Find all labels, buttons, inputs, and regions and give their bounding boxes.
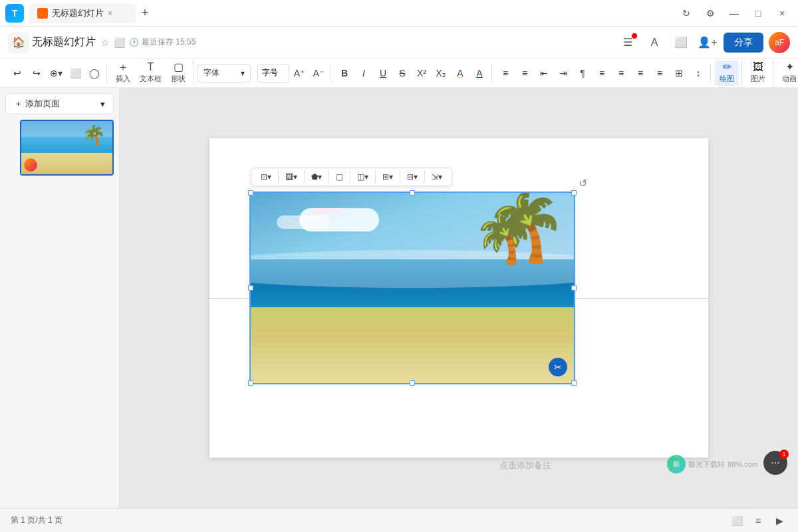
img-replace-btn[interactable]: 🖼▾ — [281, 170, 301, 184]
textbox-icon-btn[interactable]: ⬜ — [66, 64, 84, 82]
insert-btn[interactable]: ＋ 插入 — [111, 61, 135, 86]
resize-handle-ml[interactable] — [248, 285, 253, 291]
resize-handle-bl[interactable] — [248, 380, 253, 386]
subscript-btn[interactable]: X₂ — [432, 64, 450, 82]
clock-icon: 🕐 — [129, 38, 139, 47]
watermark-domain: 88%.com — [728, 460, 758, 468]
img-size-btn[interactable]: ⇲▾ — [428, 170, 446, 184]
animation-btn[interactable]: ✦ 动画 — [777, 61, 798, 86]
notes-hint[interactable]: 点击添加备注 — [499, 460, 551, 471]
undo-btn[interactable]: ↩ — [8, 64, 27, 82]
para-more-btn[interactable]: ¶ — [573, 64, 592, 82]
img-style-btn[interactable]: ◫▾ — [353, 170, 372, 184]
selected-image[interactable]: ⊡▾ 🖼▾ ⬟▾ ▢ ◫▾ — [249, 192, 575, 384]
share-button[interactable]: 分享 — [724, 33, 763, 53]
img-border-btn[interactable]: ▢ — [332, 170, 347, 184]
slides-sidebar: ＋ 添加页面 ▾ 1 🌴 — [0, 88, 120, 508]
resize-handle-tc[interactable] — [410, 190, 415, 196]
font-decrease-btn[interactable]: A⁻ — [309, 64, 328, 82]
resize-handle-mr[interactable] — [571, 285, 577, 291]
ribbon-toolbar: ↩ ↪ ⊕▾ ⬜ ◯ ＋ 插入 T 文本框 ▢ 形状 字体 ▾ 字号 A⁺ A⁻ — [0, 59, 798, 88]
font-color-btn[interactable]: A — [470, 64, 489, 82]
toolbar-sep-6 — [400, 171, 400, 183]
italic-btn[interactable]: I — [354, 64, 373, 82]
refresh-btn[interactable]: ↻ — [676, 4, 697, 23]
new-tab-btn[interactable]: + — [136, 4, 154, 23]
align-justify-btn[interactable]: ≡ — [650, 64, 669, 82]
list-bullet-btn[interactable]: ≡ — [496, 64, 515, 82]
slide-thumbnail-1[interactable]: 🌴 — [20, 120, 114, 176]
bottom-view-btn[interactable]: ⬜ — [729, 513, 745, 529]
doc-title: 无标题幻灯片 — [32, 35, 96, 49]
toolbar-right: ☰ A ⬜ 👤+ 分享 aF — [617, 32, 790, 53]
list-num-btn[interactable]: ≡ — [515, 64, 534, 82]
view-btn[interactable]: ⬜ — [670, 32, 692, 53]
image-btn[interactable]: 🖼 图片 — [746, 61, 770, 86]
underline-btn[interactable]: U — [374, 64, 392, 82]
tab-close-btn[interactable]: × — [108, 9, 112, 18]
settings-btn[interactable]: ⚙ — [700, 4, 721, 23]
align-right-btn[interactable]: ≡ — [631, 64, 650, 82]
shape-icon-btn[interactable]: ◯ — [85, 64, 104, 82]
font-size-input[interactable]: 字号 — [257, 64, 289, 82]
spacing-btn[interactable]: ↕ — [689, 64, 708, 82]
bold-btn[interactable]: B — [335, 64, 354, 82]
superscript-btn[interactable]: X² — [412, 64, 431, 82]
bottom-play-btn[interactable]: ▶ — [771, 513, 787, 529]
img-arrange-btn[interactable]: ⊟▾ — [403, 170, 422, 184]
indent-right-btn[interactable]: ⇥ — [554, 64, 573, 82]
col-btn[interactable]: ⊞ — [670, 64, 688, 82]
size-icon: ⇲▾ — [432, 172, 442, 182]
font-increase-btn[interactable]: A⁺ — [290, 64, 309, 82]
close-btn[interactable]: × — [771, 4, 793, 23]
redo-btn[interactable]: ↪ — [27, 64, 46, 82]
share-small-icon[interactable]: ⬜ — [114, 37, 125, 48]
slide-canvas[interactable]: ⊡▾ 🖼▾ ⬟▾ ▢ ◫▾ — [209, 138, 708, 458]
rotate-handle[interactable]: ↺ — [579, 177, 587, 190]
watermark-logo: 极 — [667, 455, 686, 473]
bottom-layout-btn[interactable]: ≡ — [750, 513, 766, 529]
maximize-btn[interactable]: □ — [747, 4, 769, 23]
page-info: 第 1 页/共 1 页 — [11, 515, 63, 526]
font-size-btn[interactable]: A — [644, 32, 665, 53]
user-avatar[interactable]: aF — [769, 32, 790, 53]
draw-btn[interactable]: ✏ 绘图 — [715, 61, 739, 86]
menu-badge — [632, 33, 637, 39]
textbox-btn[interactable]: T 文本框 — [136, 61, 166, 86]
img-crop-btn[interactable]: ⊡▾ — [257, 170, 275, 184]
minimize-btn[interactable]: — — [724, 4, 745, 23]
border-icon: ▢ — [336, 172, 343, 182]
crop-quick-btn[interactable]: ✂ — [549, 358, 567, 376]
align-icon: ⊞▾ — [382, 172, 393, 182]
resize-handle-tl[interactable] — [248, 190, 253, 196]
menu-btn[interactable]: ☰ — [617, 32, 638, 53]
img-align-btn[interactable]: ⊞▾ — [378, 170, 397, 184]
indent-left-btn[interactable]: ⇤ — [535, 64, 553, 82]
replace-icon: 🖼▾ — [285, 172, 297, 182]
watermark: 极 极光下载站 88%.com — [667, 455, 758, 473]
home-button[interactable]: 🏠 — [8, 32, 29, 53]
star-icon[interactable]: ☆ — [101, 37, 110, 48]
resize-handle-bc[interactable] — [410, 380, 415, 386]
highlight-btn[interactable]: A — [451, 64, 469, 82]
notification-fab[interactable]: ··· 1 — [763, 451, 787, 475]
shape-btn[interactable]: ▢ 形状 — [166, 61, 190, 86]
resize-handle-tr[interactable] — [571, 190, 577, 196]
browser-tab[interactable]: 无标题幻灯片 × — [29, 3, 136, 23]
tab-area: T 无标题幻灯片 × + — [5, 3, 676, 23]
img-color-btn[interactable]: ⬟▾ — [307, 170, 326, 184]
resize-handle-br[interactable] — [571, 380, 577, 386]
add-dropdown-icon: ▾ — [100, 99, 105, 109]
insert-dropdown-btn[interactable]: ⊕▾ — [47, 64, 65, 82]
add-user-btn[interactable]: 👤+ — [697, 32, 718, 53]
strikethrough-btn[interactable]: S — [393, 64, 412, 82]
font-group: 字体 ▾ 字号 A⁺ A⁻ — [195, 64, 331, 82]
draw-group: ✏ 绘图 — [712, 61, 742, 86]
thumb-palm: 🌴 — [82, 124, 106, 146]
align-center-btn[interactable]: ≡ — [612, 64, 630, 82]
add-page-btn[interactable]: ＋ 添加页面 ▾ — [5, 93, 114, 114]
align-left-btn[interactable]: ≡ — [593, 64, 611, 82]
bottom-bar-right: ⬜ ≡ ▶ — [729, 513, 787, 529]
insert-label: 插入 — [116, 74, 130, 84]
font-name-selector[interactable]: 字体 ▾ — [198, 64, 251, 82]
